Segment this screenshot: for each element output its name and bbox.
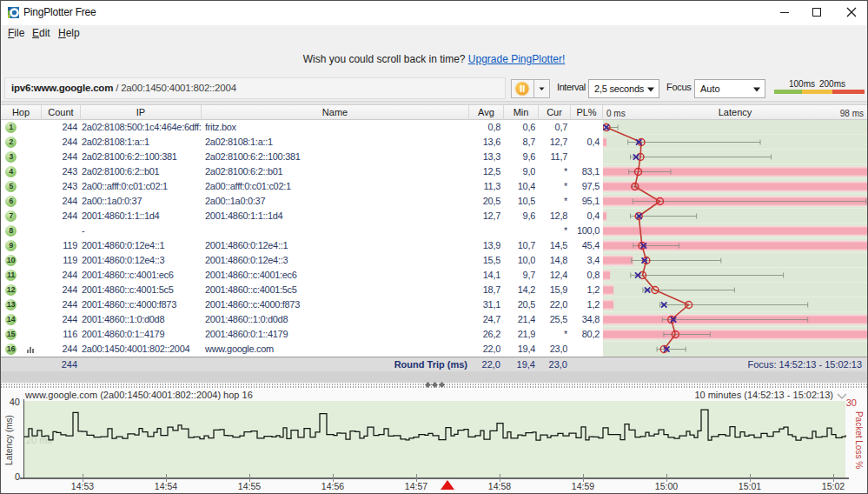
svg-text:14:57: 14:57 xyxy=(405,481,427,491)
svg-text:14:58: 14:58 xyxy=(488,481,511,491)
svg-text:14:59: 14:59 xyxy=(572,481,594,491)
svg-text:14:54: 14:54 xyxy=(155,481,177,491)
svg-text:15:00: 15:00 xyxy=(655,481,678,491)
svg-text:14:53: 14:53 xyxy=(71,481,94,491)
svg-text:15:01: 15:01 xyxy=(739,481,761,491)
svg-text:Packet Loss %: Packet Loss % xyxy=(854,411,864,469)
svg-text:www.google.com (2a00:1450:4001: www.google.com (2a00:1450:4001:802::2004… xyxy=(24,390,253,400)
svg-text:Latency (ms): Latency (ms) xyxy=(4,415,14,465)
svg-text:40: 40 xyxy=(10,397,20,407)
svg-text:0: 0 xyxy=(15,471,20,482)
svg-text:10 minutes (14:52:13 - 15:02:1: 10 minutes (14:52:13 - 15:02:13) xyxy=(694,390,833,400)
svg-text:15:02: 15:02 xyxy=(822,481,845,491)
svg-text:14:55: 14:55 xyxy=(238,481,261,491)
svg-text:30: 30 xyxy=(846,397,857,408)
svg-text:14:56: 14:56 xyxy=(321,481,344,491)
